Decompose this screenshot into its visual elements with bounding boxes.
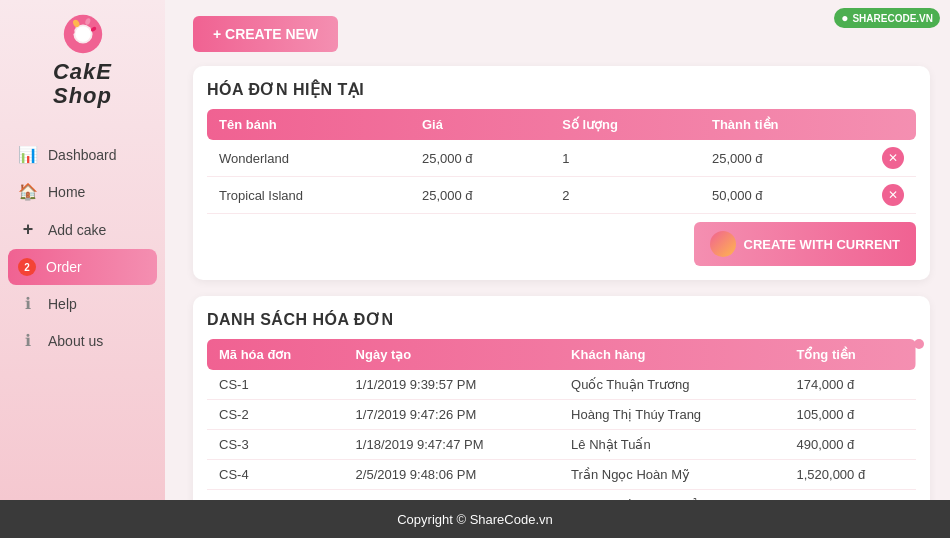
- cell-customer: Hoàng Thị Thúy Trang: [559, 400, 784, 430]
- cell-date: 1/18/2019 9:47:47 PM: [344, 430, 560, 460]
- donut-icon: [59, 10, 107, 58]
- col-gia: Giá: [410, 109, 550, 140]
- order-list-card: DANH SÁCH HÓA ĐƠN Mã hóa đơn Ngày tạo Kh…: [193, 296, 930, 500]
- list-col-tong: Tổng tiền: [784, 339, 916, 370]
- sidebar-item-help[interactable]: ℹ Help: [0, 285, 165, 322]
- sidebar-item-about[interactable]: ℹ About us: [0, 322, 165, 359]
- sidebar-item-dashboard[interactable]: 📊 Dashboard: [0, 136, 165, 173]
- delete-button[interactable]: ✕: [882, 147, 904, 169]
- cell-total: 930,000 đ: [784, 490, 916, 501]
- btn-avatar: [710, 231, 736, 257]
- about-icon: ℹ: [18, 331, 38, 350]
- current-order-table: Tên bánh Giá Số lượng Thành tiền Wonderl…: [207, 109, 916, 214]
- footer-text: Copyright © ShareCode.vn: [397, 512, 553, 527]
- cell-name: Tropical Island: [207, 177, 410, 214]
- sidebar-label-help: Help: [48, 296, 77, 312]
- cell-action: ✕: [870, 177, 916, 214]
- cell-qty: 2: [550, 177, 700, 214]
- sidebar-label-home: Home: [48, 184, 85, 200]
- col-action: [870, 109, 916, 140]
- table-row: Tropical Island 25,000 đ 2 50,000 đ ✕: [207, 177, 916, 214]
- list-col-khach: Khách hàng: [559, 339, 784, 370]
- list-item[interactable]: CS-4 2/5/2019 9:48:06 PM Trần Ngọc Hoàn …: [207, 460, 916, 490]
- cell-id: CS-1: [207, 370, 344, 400]
- logo-area: CakE Shop: [0, 0, 165, 116]
- col-ten-banh: Tên bánh: [207, 109, 410, 140]
- logo-text: CakE Shop: [53, 60, 112, 108]
- current-order-title: HÓA ĐƠN HIỆN TẠI: [207, 80, 916, 99]
- sidebar-label-dashboard: Dashboard: [48, 147, 117, 163]
- cell-date: 2/6/2020 9:48:56 PM: [344, 490, 560, 501]
- cell-customer: Hoàng Thị Thanh Thảo: [559, 490, 784, 501]
- cell-qty: 1: [550, 140, 700, 177]
- sidebar: CakE Shop 📊 Dashboard 🏠 Home +: [0, 0, 165, 500]
- sidebar-label-add-cake: Add cake: [48, 222, 106, 238]
- help-icon: ℹ: [18, 294, 38, 313]
- list-item[interactable]: CS-3 1/18/2019 9:47:47 PM Lê Nhật Tuấn 4…: [207, 430, 916, 460]
- sidebar-nav: 📊 Dashboard 🏠 Home + Add cake 2 Order: [0, 136, 165, 500]
- order-list-table: Mã hóa đơn Ngày tạo Khách hàng Tổng tiền…: [207, 339, 916, 500]
- cell-id: CS-5: [207, 490, 344, 501]
- table-row: Wonderland 25,000 đ 1 25,000 đ ✕: [207, 140, 916, 177]
- cell-id: CS-3: [207, 430, 344, 460]
- top-right-badge: ● SHARECODE.VN: [834, 8, 940, 28]
- home-icon: 🏠: [18, 182, 38, 201]
- cell-customer: Trần Ngọc Hoàn Mỹ: [559, 460, 784, 490]
- sharecode-logo: ● SHARECODE.VN: [834, 8, 940, 28]
- order-badge: 2: [18, 258, 36, 276]
- delete-button[interactable]: ✕: [882, 184, 904, 206]
- cell-id: CS-2: [207, 400, 344, 430]
- dashboard-icon: 📊: [18, 145, 38, 164]
- plus-icon: +: [18, 219, 38, 240]
- col-thanh-tien: Thành tiền: [700, 109, 870, 140]
- sidebar-label-about: About us: [48, 333, 103, 349]
- sharecode-label: SHARECODE.VN: [852, 13, 933, 24]
- cell-total: 174,000 đ: [784, 370, 916, 400]
- cell-price: 25,000 đ: [410, 140, 550, 177]
- cell-total: 490,000 đ: [784, 430, 916, 460]
- sidebar-item-add-cake[interactable]: + Add cake: [0, 210, 165, 249]
- main-content: + CREATE NEW HÓA ĐƠN HIỆN TẠI Tên bánh G…: [165, 0, 950, 500]
- cell-customer: Quốc Thuận Trương: [559, 370, 784, 400]
- cell-customer: Lê Nhật Tuấn: [559, 430, 784, 460]
- col-so-luong: Số lượng: [550, 109, 700, 140]
- cell-total: 1,520,000 đ: [784, 460, 916, 490]
- order-list-title: DANH SÁCH HÓA ĐƠN: [207, 310, 916, 329]
- cell-name: Wonderland: [207, 140, 410, 177]
- cell-date: 1/7/2019 9:47:26 PM: [344, 400, 560, 430]
- list-col-ma: Mã hóa đơn: [207, 339, 344, 370]
- cell-total: 25,000 đ: [700, 140, 870, 177]
- cell-date: 2/5/2019 9:48:06 PM: [344, 460, 560, 490]
- list-item[interactable]: CS-5 2/6/2020 9:48:56 PM Hoàng Thị Thanh…: [207, 490, 916, 501]
- list-item[interactable]: CS-1 1/1/2019 9:39:57 PM Quốc Thuận Trươ…: [207, 370, 916, 400]
- cell-total: 50,000 đ: [700, 177, 870, 214]
- cell-action: ✕: [870, 140, 916, 177]
- pink-dot: [914, 339, 924, 349]
- cell-price: 25,000 đ: [410, 177, 550, 214]
- sidebar-item-order[interactable]: 2 Order: [8, 249, 157, 285]
- cell-total: 105,000 đ: [784, 400, 916, 430]
- cell-date: 1/1/2019 9:39:57 PM: [344, 370, 560, 400]
- list-col-ngay: Ngày tạo: [344, 339, 560, 370]
- sidebar-label-order: Order: [46, 259, 82, 275]
- cell-id: CS-4: [207, 460, 344, 490]
- create-new-button[interactable]: + CREATE NEW: [193, 16, 338, 52]
- sidebar-item-home[interactable]: 🏠 Home: [0, 173, 165, 210]
- list-item[interactable]: CS-2 1/7/2019 9:47:26 PM Hoàng Thị Thúy …: [207, 400, 916, 430]
- current-order-card: HÓA ĐƠN HIỆN TẠI Tên bánh Giá Số lượng T…: [193, 66, 930, 280]
- create-btn-label: CREATE WITH CURRENT: [744, 237, 900, 252]
- create-with-current-button[interactable]: CREATE WITH CURRENT: [694, 222, 916, 266]
- svg-point-2: [75, 26, 90, 41]
- footer: Copyright © ShareCode.vn: [0, 500, 950, 538]
